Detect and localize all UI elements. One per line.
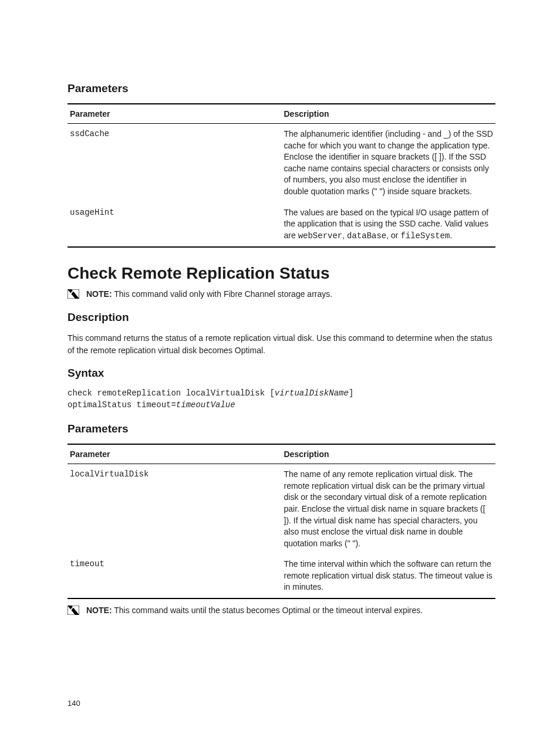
description-paragraph: This command returns the status of a rem… — [68, 332, 495, 356]
parameters-table-1: Parameter Description ssdCache The alpha… — [68, 103, 495, 248]
description-heading: Description — [68, 311, 495, 324]
param-cell: ssdCache — [68, 124, 282, 202]
note-text: NOTE: This command waits until the statu… — [86, 605, 423, 617]
table-header-row: Parameter Description — [68, 104, 495, 124]
parameters-heading-2: Parameters — [68, 422, 495, 435]
table-row: timeout The time interval within which t… — [68, 554, 495, 598]
table-header-row: Parameter Description — [68, 444, 495, 464]
desc-cell: The values are based on the typical I/O … — [282, 202, 496, 248]
table-row: ssdCache The alphanumeric identifier (in… — [68, 124, 495, 202]
param-cell: usageHint — [68, 202, 282, 248]
note-icon — [68, 606, 79, 617]
note-block: NOTE: This command waits until the statu… — [68, 605, 495, 617]
col-description: Description — [282, 104, 496, 124]
note-label: NOTE: — [86, 289, 112, 299]
page-number: 140 — [68, 699, 495, 708]
topic-title: Check Remote Replication Status — [68, 264, 495, 283]
table-row: localVirtualDisk The name of any remote … — [68, 464, 495, 554]
note-text: NOTE: This command valid only with Fibre… — [86, 289, 332, 300]
note-icon — [68, 289, 79, 300]
param-cell: localVirtualDisk — [68, 464, 282, 554]
col-parameter: Parameter — [68, 444, 282, 464]
syntax-block: check remoteReplication localVirtualDisk… — [68, 388, 495, 411]
desc-cell: The time interval within which the softw… — [282, 554, 496, 598]
syntax-heading: Syntax — [68, 367, 495, 380]
param-cell: timeout — [68, 554, 282, 598]
note-block: NOTE: This command valid only with Fibre… — [68, 289, 495, 300]
parameters-table-2: Parameter Description localVirtualDisk T… — [68, 444, 495, 599]
desc-cell: The alphanumeric identifier (including -… — [282, 124, 496, 202]
parameters-heading-1: Parameters — [68, 82, 495, 95]
table-row: usageHint The values are based on the ty… — [68, 202, 495, 248]
col-parameter: Parameter — [68, 104, 282, 124]
col-description: Description — [282, 444, 496, 464]
desc-cell: The name of any remote replication virtu… — [282, 464, 496, 554]
page-content: Parameters Parameter Description ssdCach… — [0, 0, 560, 743]
note-label: NOTE: — [86, 606, 112, 615]
